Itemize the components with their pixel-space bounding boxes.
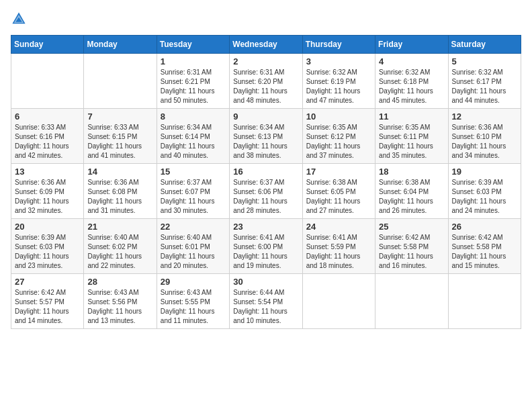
cell-info: Sunrise: 6:34 AM Sunset: 6:13 PM Dayligh…: [233, 123, 298, 161]
cell-info: Sunrise: 6:35 AM Sunset: 6:11 PM Dayligh…: [379, 123, 444, 161]
calendar-header-sunday: Sunday: [11, 36, 84, 54]
calendar-cell: 7Sunrise: 6:33 AM Sunset: 6:15 PM Daylig…: [84, 109, 157, 164]
calendar-table: SundayMondayTuesdayWednesdayThursdayFrid…: [11, 35, 521, 329]
cell-info: Sunrise: 6:40 AM Sunset: 6:02 PM Dayligh…: [87, 233, 152, 271]
day-number: 29: [161, 277, 226, 287]
day-number: 4: [379, 56, 444, 66]
calendar-cell: [302, 274, 375, 329]
day-number: 10: [306, 111, 371, 122]
calendar-cell: 10Sunrise: 6:35 AM Sunset: 6:12 PM Dayli…: [302, 109, 375, 164]
cell-info: Sunrise: 6:33 AM Sunset: 6:16 PM Dayligh…: [15, 123, 80, 161]
page-header: [11, 11, 521, 27]
cell-info: Sunrise: 6:39 AM Sunset: 6:03 PM Dayligh…: [15, 233, 80, 271]
day-number: 1: [161, 56, 226, 66]
cell-info: Sunrise: 6:43 AM Sunset: 5:56 PM Dayligh…: [87, 288, 152, 326]
calendar-cell: 15Sunrise: 6:37 AM Sunset: 6:07 PM Dayli…: [157, 164, 229, 219]
day-number: 28: [87, 277, 152, 287]
cell-info: Sunrise: 6:43 AM Sunset: 5:55 PM Dayligh…: [161, 288, 226, 326]
calendar-cell: 30Sunrise: 6:44 AM Sunset: 5:54 PM Dayli…: [230, 274, 302, 329]
cell-info: Sunrise: 6:39 AM Sunset: 6:03 PM Dayligh…: [452, 178, 517, 216]
calendar-cell: 11Sunrise: 6:35 AM Sunset: 6:11 PM Dayli…: [375, 109, 448, 164]
cell-info: Sunrise: 6:32 AM Sunset: 6:17 PM Dayligh…: [452, 68, 517, 105]
calendar-cell: 21Sunrise: 6:40 AM Sunset: 6:02 PM Dayli…: [84, 219, 157, 274]
day-number: 16: [233, 167, 298, 177]
day-number: 14: [87, 167, 152, 177]
calendar-cell: 24Sunrise: 6:41 AM Sunset: 5:59 PM Dayli…: [302, 219, 375, 274]
calendar-cell: 27Sunrise: 6:42 AM Sunset: 5:57 PM Dayli…: [11, 274, 84, 329]
calendar-cell: 5Sunrise: 6:32 AM Sunset: 6:17 PM Daylig…: [448, 54, 521, 109]
day-number: 3: [306, 56, 371, 66]
calendar-cell: 2Sunrise: 6:31 AM Sunset: 6:20 PM Daylig…: [230, 54, 302, 109]
day-number: 13: [15, 167, 80, 177]
cell-info: Sunrise: 6:42 AM Sunset: 5:58 PM Dayligh…: [379, 233, 444, 271]
day-number: 6: [15, 111, 80, 122]
calendar-week-row: 1Sunrise: 6:31 AM Sunset: 6:21 PM Daylig…: [11, 54, 521, 109]
calendar-cell: 18Sunrise: 6:38 AM Sunset: 6:04 PM Dayli…: [375, 164, 448, 219]
calendar-week-row: 20Sunrise: 6:39 AM Sunset: 6:03 PM Dayli…: [11, 219, 521, 274]
calendar-cell: [84, 54, 157, 109]
calendar-header-friday: Friday: [375, 36, 448, 54]
day-number: 21: [87, 222, 152, 232]
cell-info: Sunrise: 6:37 AM Sunset: 6:06 PM Dayligh…: [233, 178, 298, 216]
cell-info: Sunrise: 6:42 AM Sunset: 5:58 PM Dayligh…: [452, 233, 517, 271]
cell-info: Sunrise: 6:36 AM Sunset: 6:08 PM Dayligh…: [87, 178, 152, 216]
cell-info: Sunrise: 6:38 AM Sunset: 6:05 PM Dayligh…: [306, 178, 371, 216]
cell-info: Sunrise: 6:36 AM Sunset: 6:09 PM Dayligh…: [15, 178, 80, 216]
calendar-header-thursday: Thursday: [302, 36, 375, 54]
calendar-cell: [11, 54, 84, 109]
calendar-cell: [448, 274, 521, 329]
calendar-cell: 6Sunrise: 6:33 AM Sunset: 6:16 PM Daylig…: [11, 109, 84, 164]
day-number: 12: [452, 111, 517, 122]
cell-info: Sunrise: 6:31 AM Sunset: 6:20 PM Dayligh…: [233, 68, 298, 105]
calendar-cell: 12Sunrise: 6:36 AM Sunset: 6:10 PM Dayli…: [448, 109, 521, 164]
calendar-cell: 29Sunrise: 6:43 AM Sunset: 5:55 PM Dayli…: [157, 274, 229, 329]
logo-icon: [11, 11, 27, 27]
calendar-cell: 22Sunrise: 6:40 AM Sunset: 6:01 PM Dayli…: [157, 219, 229, 274]
day-number: 30: [233, 277, 298, 287]
cell-info: Sunrise: 6:41 AM Sunset: 6:00 PM Dayligh…: [233, 233, 298, 271]
calendar-cell: 8Sunrise: 6:34 AM Sunset: 6:14 PM Daylig…: [157, 109, 229, 164]
cell-info: Sunrise: 6:40 AM Sunset: 6:01 PM Dayligh…: [161, 233, 226, 271]
day-number: 5: [452, 56, 517, 66]
calendar-cell: 17Sunrise: 6:38 AM Sunset: 6:05 PM Dayli…: [302, 164, 375, 219]
day-number: 18: [379, 167, 444, 177]
cell-info: Sunrise: 6:44 AM Sunset: 5:54 PM Dayligh…: [233, 288, 298, 326]
cell-info: Sunrise: 6:41 AM Sunset: 5:59 PM Dayligh…: [306, 233, 371, 271]
calendar-cell: 13Sunrise: 6:36 AM Sunset: 6:09 PM Dayli…: [11, 164, 84, 219]
day-number: 17: [306, 167, 371, 177]
day-number: 20: [15, 222, 80, 232]
day-number: 27: [15, 277, 80, 287]
calendar-week-row: 6Sunrise: 6:33 AM Sunset: 6:16 PM Daylig…: [11, 109, 521, 164]
calendar-header-row: SundayMondayTuesdayWednesdayThursdayFrid…: [11, 36, 521, 54]
day-number: 22: [161, 222, 226, 232]
day-number: 8: [161, 111, 226, 122]
calendar-cell: 28Sunrise: 6:43 AM Sunset: 5:56 PM Dayli…: [84, 274, 157, 329]
calendar-cell: 23Sunrise: 6:41 AM Sunset: 6:00 PM Dayli…: [230, 219, 302, 274]
day-number: 11: [379, 111, 444, 122]
calendar-cell: 19Sunrise: 6:39 AM Sunset: 6:03 PM Dayli…: [448, 164, 521, 219]
cell-info: Sunrise: 6:37 AM Sunset: 6:07 PM Dayligh…: [161, 178, 226, 216]
calendar-cell: 25Sunrise: 6:42 AM Sunset: 5:58 PM Dayli…: [375, 219, 448, 274]
cell-info: Sunrise: 6:42 AM Sunset: 5:57 PM Dayligh…: [15, 288, 80, 326]
day-number: 23: [233, 222, 298, 232]
calendar-cell: 9Sunrise: 6:34 AM Sunset: 6:13 PM Daylig…: [230, 109, 302, 164]
calendar-cell: 20Sunrise: 6:39 AM Sunset: 6:03 PM Dayli…: [11, 219, 84, 274]
calendar-header-monday: Monday: [84, 36, 157, 54]
cell-info: Sunrise: 6:34 AM Sunset: 6:14 PM Dayligh…: [161, 123, 226, 161]
calendar-week-row: 27Sunrise: 6:42 AM Sunset: 5:57 PM Dayli…: [11, 274, 521, 329]
cell-info: Sunrise: 6:33 AM Sunset: 6:15 PM Dayligh…: [87, 123, 152, 161]
calendar-cell: 3Sunrise: 6:32 AM Sunset: 6:19 PM Daylig…: [302, 54, 375, 109]
calendar-header-wednesday: Wednesday: [230, 36, 302, 54]
day-number: 2: [233, 56, 298, 66]
cell-info: Sunrise: 6:32 AM Sunset: 6:19 PM Dayligh…: [306, 68, 371, 105]
calendar-week-row: 13Sunrise: 6:36 AM Sunset: 6:09 PM Dayli…: [11, 164, 521, 219]
calendar-header-saturday: Saturday: [448, 36, 521, 54]
cell-info: Sunrise: 6:38 AM Sunset: 6:04 PM Dayligh…: [379, 178, 444, 216]
calendar-cell: 4Sunrise: 6:32 AM Sunset: 6:18 PM Daylig…: [375, 54, 448, 109]
day-number: 9: [233, 111, 298, 122]
cell-info: Sunrise: 6:36 AM Sunset: 6:10 PM Dayligh…: [452, 123, 517, 161]
calendar-cell: 14Sunrise: 6:36 AM Sunset: 6:08 PM Dayli…: [84, 164, 157, 219]
cell-info: Sunrise: 6:35 AM Sunset: 6:12 PM Dayligh…: [306, 123, 371, 161]
cell-info: Sunrise: 6:31 AM Sunset: 6:21 PM Dayligh…: [161, 68, 226, 105]
calendar-cell: 1Sunrise: 6:31 AM Sunset: 6:21 PM Daylig…: [157, 54, 229, 109]
